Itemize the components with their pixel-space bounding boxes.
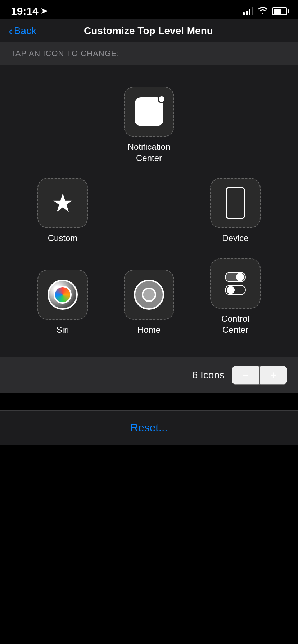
- icon-cell-notification-center[interactable]: NotificationCenter: [106, 79, 192, 171]
- icon-box-control-center[interactable]: [210, 258, 261, 309]
- icons-area: NotificationCenter ★ Custom Device Siri: [0, 65, 298, 357]
- icon-box-siri[interactable]: [37, 270, 88, 320]
- home-icon: [134, 280, 164, 310]
- icons-count-label: 6 Icons: [192, 369, 225, 381]
- back-chevron-icon: ‹: [9, 25, 13, 37]
- status-time: 19:14 ➤: [11, 5, 47, 17]
- icon-label-notification-center: NotificationCenter: [128, 141, 171, 164]
- icon-cell-siri[interactable]: Siri: [19, 251, 106, 342]
- battery-icon: [272, 7, 287, 15]
- time-display: 19:14: [11, 5, 39, 17]
- device-phone-icon: [226, 187, 245, 219]
- icon-label-custom: Custom: [48, 233, 78, 244]
- icon-label-siri: Siri: [57, 324, 69, 335]
- icon-box-home[interactable]: [124, 270, 174, 320]
- icon-label-control-center: ControlCenter: [221, 313, 249, 335]
- back-button-label: Back: [14, 25, 36, 37]
- icon-box-device[interactable]: [210, 178, 261, 228]
- signal-bars-icon: [243, 7, 253, 15]
- icon-box-notification-center[interactable]: [124, 87, 174, 137]
- icons-stepper: − +: [232, 366, 287, 385]
- bottom-controls-bar: 6 Icons − +: [0, 357, 298, 393]
- icon-cell-custom[interactable]: ★ Custom: [19, 171, 106, 251]
- bottom-area: [0, 445, 298, 644]
- siri-icon: [48, 280, 78, 310]
- reset-section: Reset...: [0, 410, 298, 445]
- icon-cell-control-center[interactable]: ControlCenter: [192, 251, 279, 342]
- navigation-bar: ‹ Back Customize Top Level Menu: [0, 19, 298, 42]
- icon-label-home: Home: [137, 324, 161, 335]
- decrement-button[interactable]: −: [232, 366, 259, 385]
- icons-grid: NotificationCenter ★ Custom Device Siri: [19, 79, 279, 342]
- status-right-icons: [243, 6, 287, 16]
- status-bar: 19:14 ➤: [0, 0, 298, 19]
- notification-center-icon: [135, 97, 163, 126]
- instruction-bar: TAP AN ICON TO CHANGE:: [0, 42, 298, 65]
- control-center-icon: [225, 272, 246, 295]
- icon-cell-device[interactable]: Device: [192, 171, 279, 251]
- page-title: Customize Top Level Menu: [36, 25, 261, 37]
- increment-button[interactable]: +: [260, 366, 287, 385]
- icon-box-custom[interactable]: ★: [37, 178, 88, 228]
- separator-black: [0, 393, 298, 410]
- icon-label-device: Device: [222, 233, 248, 244]
- location-arrow-icon: ➤: [41, 6, 47, 16]
- wifi-icon: [258, 6, 268, 16]
- reset-button[interactable]: Reset...: [130, 422, 167, 434]
- star-icon: ★: [51, 190, 74, 216]
- instruction-text: TAP AN ICON TO CHANGE:: [11, 49, 119, 58]
- back-button[interactable]: ‹ Back: [9, 25, 36, 37]
- icon-cell-home[interactable]: Home: [106, 251, 192, 342]
- notification-dot: [158, 95, 166, 103]
